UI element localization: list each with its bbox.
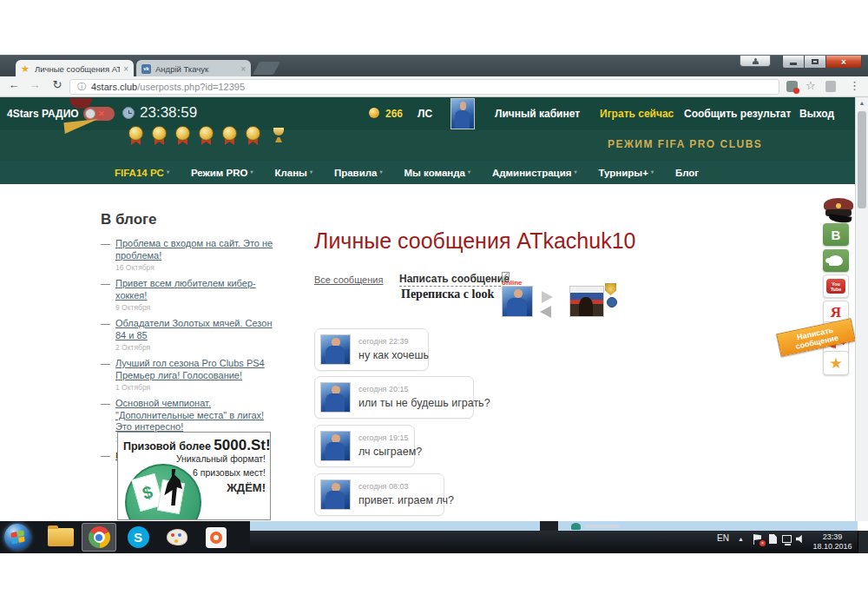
strip-logo-icon [571,523,581,530]
blog-post-link[interactable]: Обладатели Золотых мячей. Сезон 84 и 85 [115,318,281,341]
blog-post-link[interactable]: Лучший гол сезона Pro Clubs PS4 Премьер … [115,358,281,381]
logout-link[interactable]: Выход [799,108,834,120]
blog-post: — Обладатели Золотых мячей. Сезон 84 и 8… [101,318,281,352]
promo-banner[interactable]: Призовой более 5000.St! Уникальный форма… [117,432,271,520]
twitter-icon[interactable] [823,249,849,272]
nav-item-label: Кланы [274,168,307,178]
scrollbar-thumb[interactable] [858,111,866,208]
message-avatar[interactable] [320,382,351,413]
address-bar[interactable]: ⓘ 4stars.club /userposts.php?id=12395 [69,79,779,95]
desktop-screenshot: ★ Личные сообщения ATkachuk10 × vk Андрі… [0,55,868,553]
vk-icon[interactable]: B [823,223,849,246]
blog-post-link[interactable]: Проблема с входом на сайт. Это не пробле… [115,238,281,261]
message-avatar[interactable] [320,334,351,365]
tray-clock[interactable]: 23:39 18.10.2016 [809,532,856,552]
trophy-icon [273,126,285,145]
show-desktop-button[interactable] [858,531,868,553]
coins-balance[interactable]: 266 [385,108,403,120]
forward-icon[interactable]: → [26,78,43,91]
bookmarks-icon[interactable] [825,81,836,92]
tab-close-icon[interactable]: × [123,64,128,74]
action-center-flag-icon[interactable]: × [753,534,764,545]
menu-icon[interactable]: ⋮ [849,79,860,92]
blog-post-link[interactable]: Основной чемпионат. "Дополнительные мест… [115,398,281,433]
play-now-link[interactable]: Играть сейчас [600,108,674,120]
taskbar-origin-button[interactable] [199,523,233,552]
page-info-icon[interactable]: ⓘ [77,81,86,93]
nav-item[interactable]: Мы команда ▾ [404,168,470,178]
bullet-dash: — [101,450,110,460]
nav-item[interactable]: Правила ▾ [334,168,383,178]
tab-close-icon[interactable]: × [240,64,246,74]
language-indicator[interactable]: EN [717,533,729,543]
tray-time: 23:39 [809,532,856,542]
tray-date: 18.10.2016 [809,542,856,552]
banner-wait-line: ЖДЁМ! [227,481,266,494]
youtube-icon[interactable]: YouTube [823,274,849,298]
arrow-right-icon [542,291,553,303]
nav-item[interactable]: Режим PRO ▾ [191,168,253,178]
medal-icon [128,126,143,147]
blog-post-date: 16 Октября [115,263,281,272]
browser-titlebar: ★ Личные сообщения ATkachuk10 × vk Андрі… [0,55,868,76]
close-button[interactable]: × [825,56,862,69]
star-icon: ★ [829,354,842,373]
blog-posts-list: — Проблема с входом на сайт. Это не проб… [101,238,281,463]
nav-item[interactable]: Администрация ▾ [492,168,577,178]
nav-item[interactable]: Турниры+ ▾ [598,168,653,178]
all-messages-link[interactable]: Все сообщения [314,274,383,285]
message-avatar[interactable] [320,431,351,461]
nav-item[interactable]: Блог [675,168,701,178]
nav-item-label: Администрация [492,168,572,178]
message-avatar[interactable] [320,479,351,510]
new-tab-button[interactable] [253,62,280,75]
start-button[interactable] [4,524,30,550]
banner-prize-line: Призовой более 5000.St! [123,437,271,454]
skype-icon: S [128,526,149,548]
nav-item[interactable]: FIFA14 PC ▾ [115,168,169,178]
conversation-avatar-self[interactable] [502,286,533,317]
arrow-left-icon [540,306,551,318]
browser-scrollbar[interactable]: ▲ [855,97,868,521]
favorites-star-icon[interactable]: ★ [823,351,849,375]
medal-icon [246,126,260,147]
refresh-icon[interactable]: ↻ [49,78,66,91]
taskbar-paint-button[interactable] [160,523,194,552]
back-icon[interactable]: ← [5,78,23,91]
banner-format-line: Уникальный формат! [176,453,266,464]
conversation-label: Переписка с look [401,287,494,301]
blog-post-link[interactable]: Привет всем любителем кибер-хоккея! [115,278,281,301]
browser-tab-active[interactable]: ★ Личные сообщения ATkachuk10 × [16,60,134,77]
tab-title: Личные сообщения ATkachuk10 [35,64,120,74]
taskbar-chrome-button[interactable] [82,523,116,552]
scroll-up-icon[interactable]: ▲ [856,97,868,109]
network-icon[interactable] [782,535,792,543]
nav-item-label: Мы команда [404,168,464,178]
message-timestamp: сегодня 22:39 [358,337,409,346]
browser-tab-inactive[interactable]: vk Андрій Ткачук × [136,60,251,77]
person-icon [753,58,759,64]
tray-expand-icon[interactable]: ▲ [738,536,744,542]
radio-player[interactable]: ✕ [83,107,115,121]
user-avatar[interactable] [450,98,475,129]
nav-item-label: Турниры+ [598,168,648,178]
shield-badge-icon [605,283,616,295]
origin-icon [206,527,227,548]
minimize-button[interactable] [782,56,805,69]
extension-icon[interactable] [786,81,798,92]
site-favicon-star-icon: ★ [21,64,30,74]
bookmark-star-icon[interactable]: ☆ [806,79,816,92]
maximize-button[interactable] [805,56,825,69]
cabinet-link[interactable]: Личный кабинет [495,108,580,120]
conversation-avatar-peer[interactable] [569,286,604,317]
radio-stop-icon[interactable]: ✕ [98,109,105,118]
report-result-link[interactable]: Сообщить результат [684,108,791,120]
server-clock: 23:38:59 [140,104,197,122]
profile-button[interactable] [740,56,771,67]
private-messages-link[interactable]: ЛС [418,108,432,120]
write-message-link[interactable]: Написать сообщение [399,273,510,287]
admin-cap-icon[interactable] [822,196,855,224]
taskbar-skype-button[interactable]: S [121,523,155,552]
taskbar-explorer-button[interactable] [43,523,78,552]
nav-item[interactable]: Кланы ▾ [274,168,312,178]
